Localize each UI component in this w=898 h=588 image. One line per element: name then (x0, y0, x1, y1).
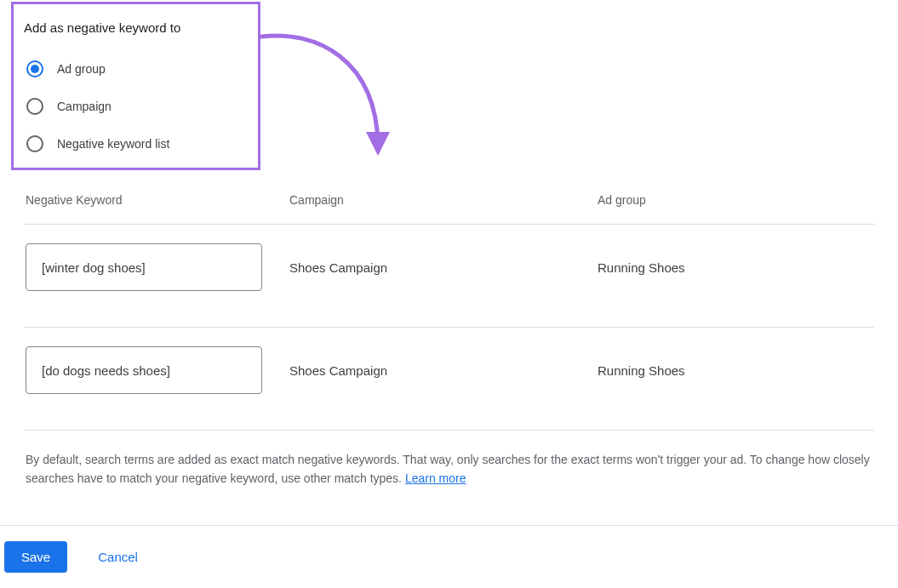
negative-keyword-input[interactable] (26, 346, 262, 394)
footer-bar: Save Cancel (0, 525, 898, 588)
table-row: Shoes Campaign Running Shoes (24, 225, 874, 328)
radio-unselected-icon (26, 135, 43, 152)
adgroup-cell: Running Shoes (598, 363, 874, 378)
column-header-keyword: Negative Keyword (26, 193, 289, 207)
negative-keyword-panel: Add as negative keyword to Ad group Camp… (0, 0, 898, 488)
panel-title: Add as negative keyword to (24, 17, 874, 35)
column-header-adgroup: Ad group (598, 193, 874, 207)
help-text: By default, search terms are added as ex… (24, 451, 874, 488)
cancel-button[interactable]: Cancel (88, 541, 148, 573)
keywords-table: Negative Keyword Campaign Ad group Shoes… (24, 193, 874, 431)
radio-label: Ad group (57, 62, 106, 76)
negative-keyword-input[interactable] (26, 243, 262, 291)
adgroup-cell: Running Shoes (598, 260, 874, 275)
column-header-campaign: Campaign (289, 193, 598, 207)
table-header-row: Negative Keyword Campaign Ad group (24, 193, 874, 225)
radio-ad-group[interactable]: Ad group (26, 60, 874, 77)
radio-label: Campaign (57, 100, 112, 113)
campaign-cell: Shoes Campaign (289, 363, 598, 378)
radio-negative-keyword-list[interactable]: Negative keyword list (26, 135, 874, 152)
radio-selected-icon (26, 60, 43, 77)
campaign-cell: Shoes Campaign (289, 260, 598, 275)
radio-label: Negative keyword list (57, 137, 169, 151)
radio-unselected-icon (26, 98, 43, 115)
destination-radio-group: Ad group Campaign Negative keyword list (26, 60, 874, 152)
learn-more-link[interactable]: Learn more (405, 471, 466, 485)
radio-campaign[interactable]: Campaign (26, 98, 874, 115)
table-row: Shoes Campaign Running Shoes (24, 328, 874, 431)
save-button[interactable]: Save (4, 541, 67, 573)
radio-dot-icon (31, 65, 39, 73)
